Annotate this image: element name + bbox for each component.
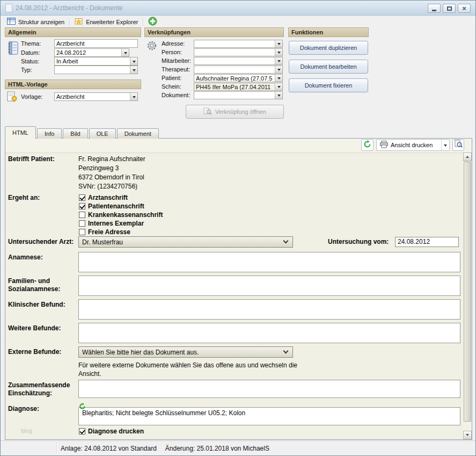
- html-vorlage-panel-header: HTML-Vorlage: [5, 79, 141, 89]
- anamnese-textarea[interactable]: [78, 252, 460, 272]
- vertical-scrollbar[interactable]: [463, 153, 472, 439]
- thema-value: Arztbericht: [55, 40, 137, 47]
- chevron-down-icon[interactable]: [130, 66, 137, 74]
- tab-bild[interactable]: Bild: [63, 128, 87, 139]
- notebook-icon: [6, 41, 18, 57]
- chevron-down-icon[interactable]: [275, 92, 282, 99]
- arztanschrift-label: Arztanschrift: [88, 194, 128, 201]
- thema-label: Thema:: [21, 40, 41, 47]
- struktur-anzeigen-button[interactable]: Struktur anzeigen: [4, 16, 68, 27]
- maximize-icon: [447, 6, 452, 11]
- klinischer-befund-textarea[interactable]: [78, 299, 460, 320]
- adresse-combo[interactable]: [194, 40, 283, 48]
- checkbox-internes-exemplar[interactable]: [79, 220, 85, 227]
- chevron-down-icon: [283, 238, 289, 244]
- printer-icon: [380, 141, 388, 149]
- chevron-down-icon[interactable]: [130, 93, 137, 100]
- chevron-down-icon[interactable]: [130, 57, 137, 65]
- verknuepfungen-title: Verknüpfungen: [148, 29, 191, 35]
- vorlage-combo[interactable]: Arztbericht: [54, 92, 138, 101]
- typ-combo[interactable]: [54, 66, 138, 74]
- vorlage-value: Arztbericht: [55, 93, 130, 100]
- therapeut-label: Therapeut:: [162, 66, 190, 73]
- patientenanschrift-label: Patientenanschrift: [88, 202, 144, 210]
- chevron-down-icon[interactable]: [441, 140, 449, 150]
- status-label: Status:: [21, 58, 39, 64]
- mitarbeiter-combo[interactable]: [194, 57, 283, 65]
- chevron-down-icon[interactable]: [275, 75, 282, 82]
- status-combo[interactable]: In Arbeit: [54, 57, 138, 66]
- statusbar: Anlage: 24.08.2012 von Standard Änderung…: [1, 440, 475, 455]
- weitere-befunde-textarea[interactable]: [78, 323, 460, 343]
- ansicht-drucken-button[interactable]: Ansicht drucken: [376, 139, 450, 151]
- minimize-button[interactable]: [428, 4, 441, 13]
- chevron-down-icon[interactable]: [275, 49, 282, 56]
- familien-sozialanamnese-textarea[interactable]: [78, 276, 460, 296]
- betrifft-patient-label: Betrifft Patient:: [8, 155, 55, 163]
- dokument-fixieren-button[interactable]: Dokument fixieren: [289, 78, 368, 92]
- person-value: [194, 49, 275, 56]
- patient-combo[interactable]: Aufschnaiter Regina (27.07.5: [194, 74, 283, 82]
- chevron-down-icon[interactable]: [275, 83, 282, 90]
- add-button[interactable]: [145, 16, 160, 28]
- tab-html-label: HTML: [12, 129, 28, 136]
- dokument-combo[interactable]: [194, 91, 283, 99]
- tab-info[interactable]: Info: [37, 128, 62, 139]
- chevron-down-icon[interactable]: [275, 40, 282, 47]
- datum-combo[interactable]: 24.08.2012: [54, 48, 129, 57]
- externe-befunde-hint: Für weitere externe Dokumente wählen Sie…: [78, 361, 317, 378]
- scroll-down-button[interactable]: [463, 431, 472, 439]
- funktionen-panel-header: Funktionen: [288, 27, 369, 37]
- scrollbar-thumb[interactable]: [464, 162, 471, 422]
- tab-html[interactable]: HTML: [5, 126, 36, 139]
- thema-input[interactable]: Arztbericht: [54, 39, 138, 48]
- externe-befunde-select[interactable]: Wählen Sie bitte hier das Dokument aus.: [78, 346, 293, 358]
- diagnose-refresh-icon[interactable]: [79, 402, 86, 412]
- diagnose-drucken-label: Diagnose drucken: [88, 428, 144, 435]
- print-preview-button[interactable]: [452, 139, 464, 151]
- close-button[interactable]: ×: [458, 4, 471, 13]
- chevron-down-icon[interactable]: [275, 66, 282, 73]
- patient-value: Aufschnaiter Regina (27.07.5: [194, 75, 275, 82]
- maximize-button[interactable]: [443, 4, 456, 13]
- internes-exemplar-label: Internes Exemplar: [88, 220, 144, 227]
- checkbox-freie-adresse[interactable]: [79, 229, 85, 235]
- ansicht-drucken-label: Ansicht drucken: [391, 142, 433, 148]
- dokument-duplizieren-button[interactable]: Dokument duplizieren: [289, 41, 368, 55]
- tab-ole[interactable]: OLE: [89, 128, 116, 139]
- person-combo[interactable]: [194, 48, 283, 56]
- untersuchender-arzt-value: Dr. Musterfrau: [79, 238, 284, 246]
- scroll-up-button[interactable]: [463, 153, 472, 161]
- untersuchung-vom-input[interactable]: 24.08.2012: [395, 237, 459, 247]
- dokument-label: Dokument:: [162, 92, 190, 98]
- allgemein-panel-header: Allgemein: [5, 27, 141, 37]
- diagnose-textarea[interactable]: Blepharitis; Nicht belegte Schlüsselnumm…: [78, 407, 460, 425]
- datum-value: 24.08.2012: [55, 49, 121, 56]
- funktionen-title: Funktionen: [291, 29, 323, 35]
- schein-combo[interactable]: PH45 Ifer MoPa (27.04.2011: [194, 83, 283, 91]
- typ-value: [55, 66, 130, 74]
- gear-icon: [147, 40, 157, 53]
- chevron-down-icon[interactable]: [275, 57, 282, 64]
- klinischer-befund-label: Klinischer Befund:: [8, 301, 65, 309]
- datum-label: Datum:: [21, 49, 40, 56]
- typ-label: Typ:: [21, 67, 32, 73]
- zusammenfassende-einschaetzung-textarea[interactable]: [78, 380, 460, 398]
- checkbox-patientenanschrift[interactable]: [79, 203, 85, 209]
- minimize-icon: [432, 10, 436, 11]
- verknuepfung-oeffnen-button[interactable]: Verknüpfung öffnen: [186, 105, 284, 119]
- untersuchender-arzt-select[interactable]: Dr. Musterfrau: [78, 236, 293, 248]
- erweiterter-explorer-button[interactable]: Erweiterter Explorer: [71, 16, 141, 27]
- chevron-down-icon[interactable]: [121, 49, 129, 56]
- tab-ole-label: OLE: [97, 131, 108, 137]
- dokument-duplizieren-label: Dokument duplizieren: [300, 45, 357, 51]
- tab-dokument[interactable]: Dokument: [117, 128, 159, 139]
- checkbox-arztanschrift[interactable]: [79, 194, 85, 201]
- refresh-button[interactable]: [361, 139, 374, 151]
- dokument-bearbeiten-button[interactable]: Dokument bearbeiten: [289, 60, 368, 74]
- explorer-icon: [75, 17, 83, 26]
- therapeut-combo[interactable]: [194, 66, 283, 74]
- checkbox-krankenkassenanschrift[interactable]: [79, 212, 85, 218]
- certificate-icon: [6, 91, 18, 105]
- checkbox-diagnose-drucken[interactable]: [79, 428, 85, 435]
